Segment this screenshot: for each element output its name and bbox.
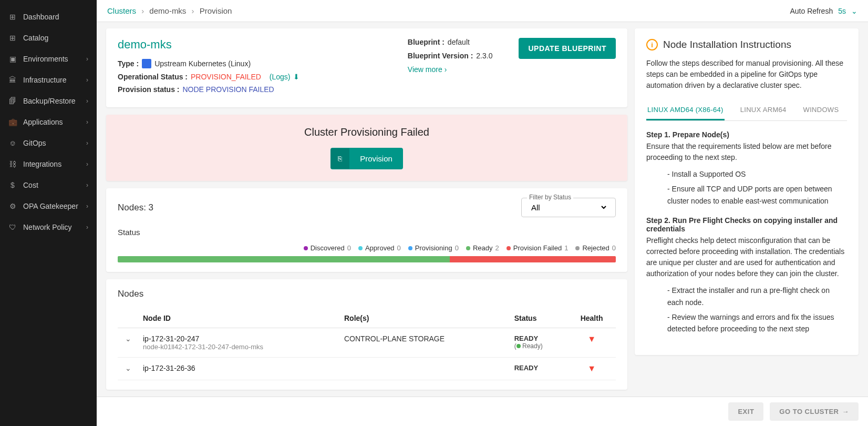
download-icon[interactable]: ⬇ bbox=[293, 73, 299, 81]
sidebar-item-catalog[interactable]: ⊞Catalog bbox=[0, 27, 97, 48]
chevron-down-icon: ⌄ bbox=[851, 7, 857, 15]
sidebar-item-label: Infrastructure bbox=[23, 76, 66, 84]
legend-item: Ready 2 bbox=[466, 244, 499, 252]
tab-linux-arm64[interactable]: LINUX ARM64 bbox=[739, 100, 788, 120]
blueprint-version-label: Blueprint Version : bbox=[408, 52, 473, 60]
sidebar-item-label: Environments bbox=[23, 55, 68, 63]
op-status-value: PROVISION_FAILED bbox=[191, 73, 261, 81]
step-item: - Extract the installer and run a pre-fl… bbox=[667, 285, 847, 308]
sidebar-icon: ▣ bbox=[8, 55, 17, 63]
instructions-title: Node Installation Instructions bbox=[663, 39, 791, 50]
sidebar-item-dashboard[interactable]: ⊞Dashboard bbox=[0, 6, 97, 27]
step-item: - Ensure all TCP and UDP ports are open … bbox=[667, 183, 847, 207]
node-roles: CONTROL-PLANE STORAGE bbox=[340, 328, 510, 358]
provision-icon: ⎘ bbox=[330, 148, 349, 169]
info-icon: i bbox=[646, 39, 658, 50]
tab-linux-amd64-x86-64-[interactable]: LINUX AMD64 (X86-64) bbox=[646, 100, 725, 120]
exit-button[interactable]: EXIT bbox=[728, 402, 763, 421]
step2-list: - Extract the installer and run a pre-fl… bbox=[667, 285, 847, 335]
node-sub-id: node-k01ll42-172-31-20-247-demo-mks bbox=[143, 343, 336, 351]
expand-row-button[interactable]: ⌄ bbox=[118, 358, 139, 380]
legend-item: Discovered 0 bbox=[304, 244, 351, 252]
nodes-count: Nodes: 3 bbox=[118, 202, 153, 213]
node-roles bbox=[340, 358, 510, 380]
expand-row-button[interactable]: ⌄ bbox=[118, 328, 139, 358]
node-id: ip-172-31-20-247 bbox=[143, 334, 336, 343]
instructions-card: i Node Installation Instructions Follow … bbox=[635, 28, 859, 355]
sidebar-icon: ⛓ bbox=[8, 160, 17, 168]
chevron-right-icon: › bbox=[86, 160, 88, 168]
sidebar-item-opa-gatekeeper[interactable]: ⚙OPA Gatekeeper› bbox=[0, 196, 97, 217]
sidebar-item-label: GitOps bbox=[23, 139, 46, 147]
chevron-right-icon: › bbox=[86, 139, 88, 147]
legend-item: Provision Failed 1 bbox=[507, 244, 569, 252]
prov-status-label: Provision status : bbox=[118, 85, 179, 94]
provision-button[interactable]: ⎘ Provision bbox=[330, 148, 403, 169]
node-status: READY bbox=[514, 364, 563, 372]
type-label: Type : bbox=[118, 59, 139, 68]
instructions-desc: Follow the steps described for manual pr… bbox=[646, 58, 847, 91]
main-content: Clusters › demo-mks › Provision Auto Ref… bbox=[97, 0, 868, 426]
op-status-label: Operational Status : bbox=[118, 73, 188, 81]
node-id: ip-172-31-26-36 bbox=[143, 364, 336, 372]
nodes-table-card: Nodes Node ID Role(s) Status Health ⌄ ip… bbox=[106, 279, 627, 390]
sidebar-item-backup-restore[interactable]: 🗐Backup/Restore› bbox=[0, 90, 97, 111]
auto-refresh-value: 5s bbox=[838, 7, 846, 15]
chevron-right-icon: › bbox=[86, 76, 88, 84]
cluster-name: demo-mks bbox=[118, 38, 299, 52]
chevron-right-icon: › bbox=[86, 118, 88, 126]
auto-refresh-label: Auto Refresh bbox=[790, 7, 833, 15]
sidebar-item-gitops[interactable]: ⎊GitOps› bbox=[0, 133, 97, 154]
sidebar-icon: ⊞ bbox=[8, 34, 17, 42]
sidebar-item-label: Integrations bbox=[23, 160, 61, 168]
chevron-right-icon: › bbox=[86, 181, 88, 189]
sidebar-item-label: Backup/Restore bbox=[23, 97, 76, 105]
fail-banner: Cluster Provisioning Failed ⎘ Provision bbox=[106, 115, 627, 181]
logs-link[interactable]: (Logs) bbox=[270, 73, 291, 81]
step-item: - Review the warnings and errors and fix… bbox=[667, 311, 847, 335]
type-value: Upstream Kubernetes (Linux) bbox=[154, 59, 251, 68]
step-item: - Install a Supported OS bbox=[667, 168, 847, 180]
auto-refresh[interactable]: Auto Refresh 5s ⌄ bbox=[790, 7, 857, 15]
th-roles: Role(s) bbox=[340, 309, 510, 328]
sidebar-item-network-policy[interactable]: 🛡Network Policy› bbox=[0, 217, 97, 238]
legend-item: Approved 0 bbox=[358, 244, 401, 252]
status-heading: Status bbox=[118, 228, 616, 237]
update-blueprint-button[interactable]: UPDATE BLUEPRINT bbox=[519, 38, 616, 59]
sidebar-item-applications[interactable]: 💼Applications› bbox=[0, 111, 97, 133]
blueprint-value: default bbox=[448, 38, 470, 46]
chevron-right-icon: › bbox=[86, 224, 88, 231]
sidebar-icon: ⚙ bbox=[8, 202, 17, 210]
sidebar-item-environments[interactable]: ▣Environments› bbox=[0, 48, 97, 69]
sidebar-item-integrations[interactable]: ⛓Integrations› bbox=[0, 154, 97, 175]
arrow-right-icon: → bbox=[842, 408, 850, 415]
go-to-cluster-button[interactable]: GO TO CLUSTER → bbox=[770, 402, 859, 421]
sidebar-item-label: Catalog bbox=[23, 34, 48, 42]
tab-windows[interactable]: WINDOWS bbox=[802, 100, 840, 120]
chevron-right-icon: › bbox=[86, 97, 88, 105]
view-more-link[interactable]: View more › bbox=[408, 65, 493, 74]
sidebar-item-label: OPA Gatekeeper bbox=[23, 202, 78, 210]
sidebar-item-cost[interactable]: $Cost› bbox=[0, 175, 97, 196]
node-status-sub: ( Ready) bbox=[514, 342, 563, 350]
filter-label: Filter by Status bbox=[527, 194, 573, 201]
prov-status-value[interactable]: NODE PROVISION FAILED bbox=[182, 85, 274, 94]
health-icon[interactable]: ▼ bbox=[587, 334, 596, 343]
sidebar-item-label: Applications bbox=[23, 118, 63, 126]
sidebar-item-infrastructure[interactable]: 🏛Infrastructure› bbox=[0, 69, 97, 90]
health-icon[interactable]: ▼ bbox=[587, 364, 596, 373]
legend-item: Rejected 0 bbox=[575, 244, 616, 252]
sidebar-icon: 🛡 bbox=[8, 223, 17, 231]
filter-by-status[interactable]: Filter by Status All bbox=[521, 198, 616, 217]
blueprint-version-value: 2.3.0 bbox=[476, 52, 492, 60]
breadcrumb-mid[interactable]: demo-mks bbox=[149, 6, 186, 15]
bar-segment bbox=[118, 256, 450, 262]
breadcrumb-root[interactable]: Clusters bbox=[107, 6, 136, 15]
breadcrumb-leaf: Provision bbox=[200, 6, 232, 15]
step1-desc: Ensure that the requirements listed belo… bbox=[646, 141, 847, 163]
status-bar-chart bbox=[118, 256, 616, 262]
instructions-tabs: LINUX AMD64 (X86-64)LINUX ARM64WINDOWS bbox=[646, 100, 847, 121]
chevron-right-icon: › bbox=[445, 65, 447, 74]
filter-select[interactable]: All bbox=[529, 202, 608, 212]
table-row: ⌄ ip-172-31-26-36 READY ▼ bbox=[118, 358, 616, 380]
